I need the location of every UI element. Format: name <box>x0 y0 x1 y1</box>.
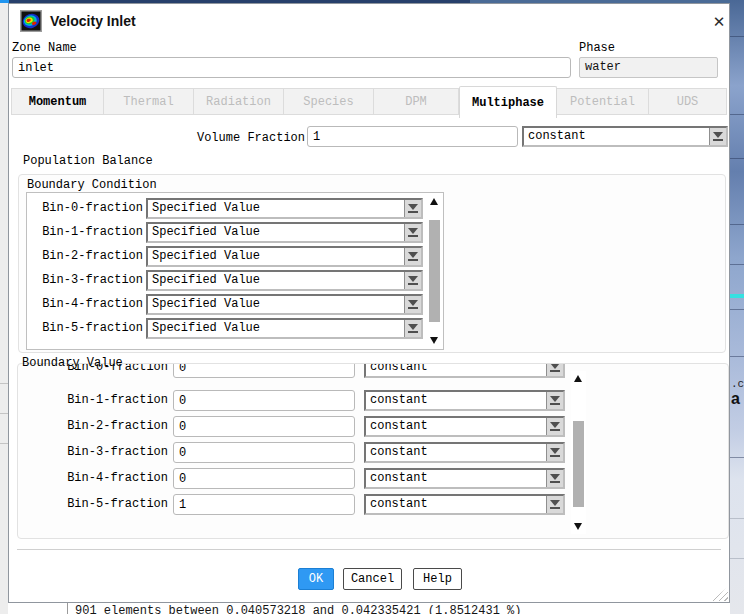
tab-thermal[interactable]: Thermal <box>104 89 194 114</box>
dropdown-arrow-icon <box>546 392 563 409</box>
bin-2-condition-dropdown[interactable]: Specified Value <box>146 246 423 267</box>
boundary-condition-label: Boundary Condition <box>27 178 157 192</box>
zone-name-input[interactable] <box>12 57 571 78</box>
fluent-contour-icon <box>20 10 42 32</box>
divider <box>0 383 8 384</box>
divider <box>730 356 744 357</box>
scroll-down-icon[interactable] <box>574 523 582 530</box>
bin-5-value-input[interactable] <box>173 494 355 515</box>
dropdown-arrow-icon <box>404 320 421 337</box>
bin-3-condition-dropdown[interactable]: Specified Value <box>146 270 423 291</box>
divider <box>730 457 744 458</box>
bin-label: Bin-2-fraction <box>22 419 168 433</box>
scroll-up-icon[interactable] <box>430 198 438 205</box>
close-icon[interactable]: ✕ <box>707 10 731 34</box>
bin-3-mode-dropdown[interactable]: constant <box>364 442 565 463</box>
tab-potential[interactable]: Potential <box>557 89 649 114</box>
divider <box>730 36 744 37</box>
cancel-button[interactable]: Cancel <box>343 568 402 590</box>
bc-row-bin-5: Bin-5-fraction Specified Value <box>27 318 443 342</box>
divider <box>730 518 744 519</box>
divider <box>730 309 744 310</box>
phase-label: Phase <box>579 41 615 55</box>
population-balance-label: Population Balance <box>23 154 153 168</box>
bin-label: Bin-1-fraction <box>22 393 168 407</box>
bin-0-value-input[interactable] <box>173 364 355 378</box>
bin-label: Bin-3-fraction <box>27 273 143 287</box>
dropdown-arrow-icon <box>546 418 563 435</box>
ok-button[interactable]: OK <box>298 568 334 590</box>
bin-2-mode-dropdown[interactable]: constant <box>364 416 565 437</box>
tab-multiphase[interactable]: Multiphase <box>459 86 557 118</box>
bin-label: Bin-5-fraction <box>27 321 143 335</box>
screenshot-root: .c a 901 elements between 0.040573218 an… <box>0 0 744 614</box>
tab-species[interactable]: Species <box>284 89 374 114</box>
tab-radiation[interactable]: Radiation <box>194 89 284 114</box>
bin-3-value-input[interactable] <box>173 442 355 463</box>
bv-row-bin-4: Bin-4-fraction constant <box>22 468 582 490</box>
cyan-accent-line <box>730 294 744 298</box>
background-table-strip: .c a <box>730 0 744 614</box>
background-left-strip <box>0 3 8 614</box>
tab-dpm[interactable]: DPM <box>374 89 459 114</box>
bin-5-mode-dropdown[interactable]: constant <box>364 494 565 515</box>
dropdown-arrow-icon <box>404 296 421 313</box>
bin-0-mode-dropdown[interactable]: constant <box>364 364 565 378</box>
boundary-value-group: Bin-0-fraction constant Bin-1-fraction c… <box>17 363 729 539</box>
divider <box>0 413 8 414</box>
scrollbar[interactable] <box>427 194 442 348</box>
bc-row-bin-0: Bin-0-fraction Specified Value <box>27 198 443 222</box>
dropdown-arrow-icon <box>546 364 563 376</box>
divider <box>0 443 8 444</box>
tab-uds[interactable]: UDS <box>649 89 726 114</box>
tab-momentum[interactable]: Momentum <box>12 89 104 114</box>
bc-row-bin-1: Bin-1-fraction Specified Value <box>27 222 443 246</box>
boundary-value-list: Bin-0-fraction constant Bin-1-fraction c… <box>18 364 728 538</box>
bin-4-condition-dropdown[interactable]: Specified Value <box>146 294 423 315</box>
console-border <box>67 603 68 614</box>
dropdown-arrow-icon <box>546 470 563 487</box>
phase-value-field: water <box>579 57 718 78</box>
background-console: 901 elements between 0.040573218 and 0.0… <box>9 603 730 614</box>
zone-name-label: Zone Name <box>12 41 77 55</box>
scroll-thumb[interactable] <box>429 220 440 322</box>
bv-row-bin-3: Bin-3-fraction constant <box>22 442 582 464</box>
dropdown-arrow-icon <box>709 128 726 145</box>
divider <box>730 158 744 159</box>
divider <box>730 264 744 265</box>
bin-label: Bin-3-fraction <box>22 445 168 459</box>
bc-row-bin-4: Bin-4-fraction Specified Value <box>27 294 443 318</box>
bin-label: Bin-1-fraction <box>27 225 143 239</box>
bin-5-condition-dropdown[interactable]: Specified Value <box>146 318 423 339</box>
bin-0-condition-dropdown[interactable]: Specified Value <box>146 198 423 219</box>
dropdown-arrow-icon <box>404 248 421 265</box>
bin-4-mode-dropdown[interactable]: constant <box>364 468 565 489</box>
divider <box>730 558 744 559</box>
dropdown-arrow-icon <box>404 272 421 289</box>
bin-1-mode-dropdown[interactable]: constant <box>364 390 565 411</box>
volume-fraction-input[interactable] <box>307 126 518 147</box>
velocity-inlet-dialog: Velocity Inlet ✕ Zone Name Phase water M… <box>8 3 730 603</box>
divider <box>730 224 744 225</box>
clipped-text-fragment: a <box>731 390 740 408</box>
bin-1-value-input[interactable] <box>173 390 355 411</box>
resize-grip-icon[interactable] <box>711 587 728 601</box>
console-output-text: 901 elements between 0.040573218 and 0.0… <box>75 604 521 614</box>
bc-row-bin-2: Bin-2-fraction Specified Value <box>27 246 443 270</box>
dropdown-arrow-icon <box>546 444 563 461</box>
bin-4-value-input[interactable] <box>173 468 355 489</box>
divider <box>730 114 744 115</box>
help-button[interactable]: Help <box>413 568 462 590</box>
scroll-thumb[interactable] <box>573 421 584 507</box>
tab-strip: Momentum Thermal Radiation Species DPM M… <box>11 88 727 115</box>
scroll-up-icon[interactable] <box>574 375 582 382</box>
bin-label: Bin-4-fraction <box>27 297 143 311</box>
scrollbar[interactable] <box>571 371 586 534</box>
bin-1-condition-dropdown[interactable]: Specified Value <box>146 222 423 243</box>
scroll-down-icon[interactable] <box>430 337 438 344</box>
boundary-condition-list: Bin-0-fraction Specified Value Bin-1-fra… <box>26 192 444 350</box>
bin-label: Bin-5-fraction <box>22 497 168 511</box>
boundary-condition-group: Boundary Condition Bin-0-fraction Specif… <box>18 174 726 353</box>
bin-2-value-input[interactable] <box>173 416 355 437</box>
volume-fraction-mode-dropdown[interactable]: constant <box>522 126 728 147</box>
